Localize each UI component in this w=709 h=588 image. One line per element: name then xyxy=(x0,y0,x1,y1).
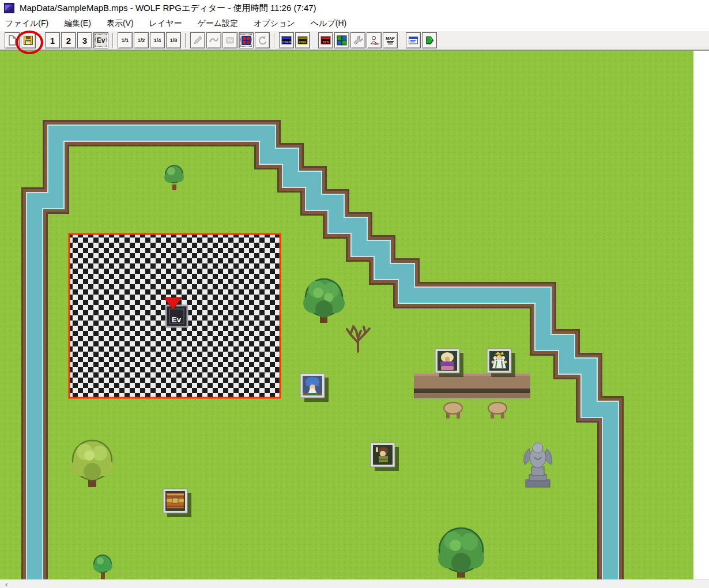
layer-3-label: 3 xyxy=(82,36,87,46)
user-db-icon: USER xyxy=(281,35,292,46)
system-db-button[interactable]: SYS xyxy=(318,32,333,48)
new-file-button[interactable] xyxy=(5,32,20,48)
layer-1-button[interactable]: 1 xyxy=(45,32,60,48)
pencil-icon xyxy=(193,35,203,46)
app-icon xyxy=(4,3,14,13)
pen-tool-button[interactable] xyxy=(190,32,205,48)
system-settings-button[interactable] xyxy=(350,32,365,48)
toolbar-separator xyxy=(274,33,275,48)
fill-tool-button[interactable] xyxy=(222,32,237,48)
horizontal-scrollbar[interactable]: ‹ xyxy=(0,579,709,588)
window-icon xyxy=(408,35,418,46)
tileset-settings-button[interactable] xyxy=(334,32,349,48)
save-floppy-icon xyxy=(23,35,33,46)
menu-layer[interactable]: レイヤー xyxy=(149,18,182,29)
common-event-button[interactable] xyxy=(406,32,421,48)
new-page-icon xyxy=(7,35,17,46)
play-icon xyxy=(424,35,435,46)
menu-view[interactable]: 表示(V) xyxy=(107,18,134,29)
menu-file[interactable]: ファイル(F) xyxy=(5,18,48,29)
svg-text:SYS: SYS xyxy=(322,40,329,44)
zoom-1-1-button[interactable]: 1/1 xyxy=(118,32,133,48)
fill-rect-icon xyxy=(225,35,235,46)
map-viewport: Ev xyxy=(0,51,693,579)
event-search-button[interactable]: Ev xyxy=(367,32,382,48)
wolf-rpg-editor-window: { "window": { "title": "MapData/SampleMa… xyxy=(0,0,709,588)
menu-bar: ファイル(F) 編集(E) 表示(V) レイヤー ゲーム設定 オプション ヘルプ… xyxy=(0,16,709,31)
svg-text:MAP: MAP xyxy=(386,36,395,40)
tileset-icon xyxy=(337,35,347,46)
undo-button[interactable] xyxy=(255,32,270,48)
map-canvas[interactable]: Ev xyxy=(0,51,693,579)
zoom-1-8-label: 1/8 xyxy=(170,37,178,43)
menu-options[interactable]: オプション xyxy=(254,18,295,29)
test-play-button[interactable] xyxy=(422,32,437,48)
menu-help[interactable]: ヘルプ(H) xyxy=(311,18,346,29)
event-layer-label: Ev xyxy=(97,36,105,44)
menu-game-settings[interactable]: ゲーム設定 xyxy=(198,18,239,29)
user-db-button[interactable]: USER xyxy=(279,32,294,48)
event-chest[interactable] xyxy=(163,489,191,517)
window-title: MapData/SampleMapB.mps - WOLF RPGエディター -… xyxy=(20,3,316,14)
event-npc-kid[interactable] xyxy=(371,443,399,471)
toolbar-separator xyxy=(112,33,114,48)
svg-text:USER: USER xyxy=(282,40,291,44)
system-db-icon: SYS xyxy=(320,35,331,46)
menu-edit[interactable]: 編集(E) xyxy=(64,18,91,29)
undo-arrow-icon xyxy=(257,35,267,46)
layer-2-label: 2 xyxy=(66,36,71,46)
scroll-left-arrow[interactable]: ‹ xyxy=(5,581,7,588)
title-bar: MapData/SampleMapB.mps - WOLF RPGエディター -… xyxy=(0,0,709,16)
change-db-icon: CNG xyxy=(297,35,308,46)
line-tool-button[interactable] xyxy=(206,32,221,48)
tile-stamp-button[interactable] xyxy=(239,32,254,48)
off-map-area xyxy=(693,51,709,579)
event-search-icon: Ev xyxy=(369,35,379,46)
svg-text:CNG: CNG xyxy=(299,40,306,44)
svg-text:Ev: Ev xyxy=(375,42,379,46)
red-tiles-icon xyxy=(241,35,251,46)
wrench-icon xyxy=(353,35,363,46)
toolbar-separator xyxy=(40,33,41,48)
toolbar: 1 2 3 Ev 1/1 1/2 1/4 1/8 xyxy=(0,31,709,50)
zoom-1-1-label: 1/1 xyxy=(122,37,129,43)
zoom-1-8-button[interactable]: 1/8 xyxy=(166,32,181,48)
layer-3-button[interactable]: 3 xyxy=(77,32,92,48)
event-layer-button[interactable]: Ev xyxy=(93,32,108,48)
layer-1-label: 1 xyxy=(50,36,55,46)
toolbar-separator xyxy=(185,33,186,48)
save-button[interactable] xyxy=(21,32,36,48)
curve-line-icon xyxy=(209,35,219,46)
zoom-1-2-button[interactable]: 1/2 xyxy=(134,32,149,48)
changeable-db-button[interactable]: CNG xyxy=(295,32,310,48)
layer-2-button[interactable]: 2 xyxy=(61,32,76,48)
table-counter xyxy=(414,374,530,398)
event-npc-blue[interactable] xyxy=(300,374,329,402)
event-cursor-label: Ev xyxy=(172,315,182,324)
event-npc-green[interactable] xyxy=(487,349,515,377)
event-npc-purple[interactable] xyxy=(435,349,463,377)
zoom-1-4-button[interactable]: 1/4 xyxy=(150,32,165,48)
map-select-button[interactable]: MAP xyxy=(383,32,398,48)
map-icon: MAP xyxy=(385,35,395,46)
zoom-1-4-label: 1/4 xyxy=(154,37,161,43)
zoom-1-2-label: 1/2 xyxy=(138,37,145,43)
